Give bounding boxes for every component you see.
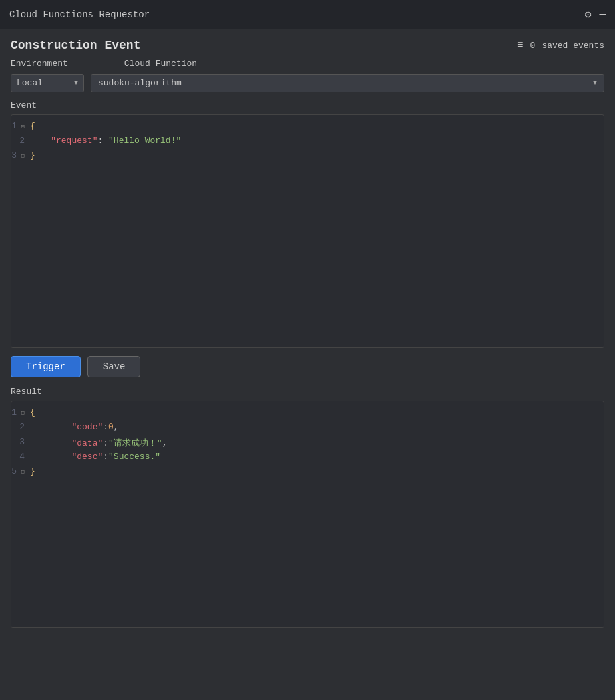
result-close-brace: } [30, 466, 35, 476]
result-line-num-5: 5⊟ [11, 466, 30, 476]
colon-1: : [97, 136, 108, 146]
main-content: Construction Event ≡ 0 saved events Envi… [0, 29, 615, 637]
result-fold-icon-1: ⊟ [17, 409, 25, 417]
val-code: 0 [108, 422, 114, 432]
result-editor: 1⊟ { 2 "code":0, 3 "data":"请求成功！", 4 [11, 401, 604, 628]
result-line-num-3: 3 [11, 437, 30, 447]
title-bar-controls: ⚙ — [585, 8, 606, 21]
result-line-num-2: 2 [11, 422, 30, 432]
result-line-4: 4 "desc":"Success." [11, 451, 604, 466]
event-line-content-2: "request": "Hello World!" [30, 136, 604, 146]
minimize-icon[interactable]: — [599, 9, 606, 21]
dropdowns-row: Local ▼ sudoku-algorithm ▼ [11, 74, 604, 92]
result-open-brace: { [30, 407, 35, 417]
key-data: "data" [71, 438, 103, 448]
event-editor[interactable]: 1⊟ { 2 "request": "Hello World!" 3⊟ } [11, 114, 604, 348]
close-brace-1: } [30, 150, 35, 160]
saved-events-icon: ≡ [517, 39, 524, 51]
result-line-num-1: 1⊟ [11, 407, 30, 417]
environment-label: Environment [11, 59, 68, 69]
environment-dropdown-value: Local [17, 78, 43, 88]
cloud-function-dropdown[interactable]: sudoku-algorithm ▼ [91, 74, 604, 92]
app-title: Cloud Functions Requestor [9, 9, 150, 20]
result-fold-icon-5: ⊟ [17, 468, 25, 476]
environment-dropdown[interactable]: Local ▼ [11, 74, 84, 92]
buttons-row: Trigger Save [11, 356, 604, 377]
event-label: Event [11, 100, 604, 110]
result-line-3: 3 "data":"请求成功！", [11, 436, 604, 451]
result-line-1: 1⊟ { [11, 407, 604, 421]
saved-events-label: saved events [542, 41, 604, 51]
key-code: "code" [71, 422, 103, 432]
env-dropdown-arrow: ▼ [74, 79, 78, 87]
result-line-content-5: } [30, 466, 604, 476]
event-line-2: 2 "request": "Hello World!" [11, 135, 604, 150]
page-title: Construction Event [11, 39, 140, 52]
cf-dropdown-arrow: ▼ [593, 79, 597, 87]
result-label: Result [11, 387, 604, 397]
result-line-content-2: "code":0, [30, 422, 604, 432]
open-brace-1: { [30, 121, 35, 131]
event-line-num-2: 2 [11, 136, 30, 146]
result-line-content-3: "data":"请求成功！", [30, 437, 604, 449]
result-line-5: 5⊟ } [11, 466, 604, 480]
saved-events-count: 0 [530, 41, 536, 51]
result-line-content-1: { [30, 407, 604, 417]
env-label-row: Environment Cloud Function [11, 59, 604, 69]
title-bar: Cloud Functions Requestor ⚙ — [0, 0, 615, 29]
fold-icon-1: ⊟ [17, 123, 25, 131]
event-line-content-1: { [30, 121, 604, 131]
saved-events-button[interactable]: ≡ 0 saved events [517, 39, 604, 51]
result-line-content-4: "desc":"Success." [30, 452, 604, 462]
event-line-1: 1⊟ { [11, 120, 604, 135]
event-line-3: 3⊟ } [11, 150, 604, 164]
fold-icon-3: ⊟ [17, 152, 25, 160]
cf-dropdown-value: sudoku-algorithm [98, 78, 182, 88]
event-line-num-3: 3⊟ [11, 150, 30, 160]
result-line-num-4: 4 [11, 452, 30, 462]
save-button[interactable]: Save [87, 356, 141, 377]
result-line-2: 2 "code":0, [11, 421, 604, 436]
key-request: "request" [51, 136, 97, 146]
cloud-function-label: Cloud Function [124, 59, 197, 69]
trigger-button[interactable]: Trigger [11, 356, 81, 377]
event-line-content-3: } [30, 150, 604, 160]
val-hello-world: "Hello World!" [108, 136, 181, 146]
event-line-num-1: 1⊟ [11, 121, 30, 131]
val-data: "请求成功！" [108, 438, 162, 448]
settings-icon[interactable]: ⚙ [585, 8, 592, 21]
val-desc: "Success." [108, 452, 160, 462]
section-header: Construction Event ≡ 0 saved events [11, 39, 604, 52]
key-desc: "desc" [71, 452, 103, 462]
